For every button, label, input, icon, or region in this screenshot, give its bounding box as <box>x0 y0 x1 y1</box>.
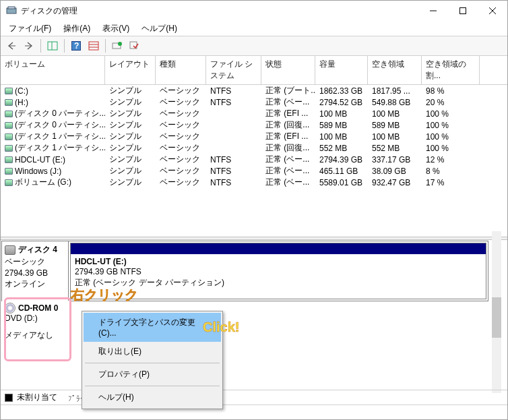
col-free[interactable]: 空き領域 <box>368 56 422 84</box>
cdrom-0-label[interactable]: CD-ROM 0 DVD (D:) メディアなし <box>2 301 69 341</box>
menu-help[interactable]: ヘルプ(H) <box>84 388 221 407</box>
disk-icon <box>5 245 15 255</box>
col-free-pct[interactable]: 空き領域の割... <box>422 56 480 84</box>
maximize-button[interactable] <box>448 1 478 21</box>
legend-unallocated-swatch <box>5 394 13 402</box>
toolbar: ? <box>1 36 507 56</box>
volume-icon <box>5 111 13 117</box>
table-row[interactable]: ボリューム (G:)シンプルベーシックNTFS正常 (ベー...5589.01 … <box>1 177 507 188</box>
menu-help[interactable]: ヘルプ(H) <box>136 22 183 36</box>
menu-properties[interactable]: プロパティ(P) <box>84 365 221 384</box>
app-icon <box>6 5 17 16</box>
volume-table-body: (C:)シンプルベーシックNTFS正常 (ブート...1862.33 GB181… <box>1 85 507 188</box>
col-volume[interactable]: ボリューム <box>1 56 105 84</box>
menu-file[interactable]: ファイル(F) <box>3 22 57 36</box>
menubar: ファイル(F) 操作(A) 表示(V) ヘルプ(H) <box>1 21 507 36</box>
disk-graphical-pane: ディスク 4 ベーシック 2794.39 GB オンライン HDCL-UT (E… <box>1 240 507 409</box>
window-title: ディスクの管理 <box>21 5 418 17</box>
volume-icon <box>5 99 13 106</box>
col-filesystem[interactable]: ファイル システム <box>206 56 261 84</box>
legend-unallocated: 未割り当て <box>17 392 57 403</box>
col-capacity[interactable]: 容量 <box>315 56 368 84</box>
svg-rect-3 <box>460 8 466 14</box>
volume-icon <box>5 156 13 163</box>
close-button[interactable] <box>478 1 507 21</box>
forward-button[interactable] <box>21 38 37 54</box>
titlebar: ディスクの管理 <box>1 1 507 21</box>
volume-icon <box>5 145 13 152</box>
table-row[interactable]: (ディスク 0 パーティシ...シンプルベーシック正常 (回復...589 MB… <box>1 119 507 131</box>
svg-text:?: ? <box>74 41 79 51</box>
table-row[interactable]: (ディスク 0 パーティシ...シンプルベーシック正常 (EFI ...100 … <box>1 108 507 119</box>
col-type[interactable]: 種類 <box>156 56 206 84</box>
context-menu: ドライブ文字とパスの変更(C)... 取り出し(E) プロパティ(P) ヘルプ(… <box>82 311 223 409</box>
lower-scrollbar-thumb[interactable] <box>492 297 501 338</box>
settings-button[interactable] <box>127 38 143 54</box>
table-row[interactable]: (ディスク 1 パーティシ...シンプルベーシック正常 (回復...552 MB… <box>1 142 507 154</box>
back-button[interactable] <box>3 38 20 54</box>
volume-icon <box>5 133 13 140</box>
menu-action[interactable]: 操作(A) <box>58 22 96 36</box>
cdrom-icon <box>5 303 15 313</box>
col-status[interactable]: 状態 <box>261 56 315 84</box>
svg-rect-12 <box>89 42 98 50</box>
volume-table-header: ボリューム レイアウト 種類 ファイル システム 状態 容量 空き領域 空き領域… <box>1 56 507 85</box>
table-row[interactable]: (H:)シンプルベーシックNTFS正常 (ベー...2794.52 GB549.… <box>1 96 507 108</box>
table-row[interactable]: (ディスク 1 パーティシ...シンプルベーシック正常 (EFI ...100 … <box>1 131 507 142</box>
menu-eject[interactable]: 取り出し(E) <box>84 342 221 361</box>
minimize-button[interactable] <box>418 1 448 21</box>
disk-4-row[interactable]: ディスク 4 ベーシック 2794.39 GB オンライン HDCL-UT (E… <box>1 241 488 301</box>
disk-4-label[interactable]: ディスク 4 ベーシック 2794.39 GB オンライン <box>2 241 69 301</box>
volume-icon <box>5 88 13 94</box>
table-row[interactable]: HDCL-UT (E:)シンプルベーシックNTFS正常 (ベー...2794.3… <box>1 154 507 165</box>
menu-change-drive-letter[interactable]: ドライブ文字とパスの変更(C)... <box>84 313 221 342</box>
svg-rect-1 <box>8 7 15 9</box>
volume-icon <box>5 179 13 186</box>
table-row[interactable]: (C:)シンプルベーシックNTFS正常 (ブート...1862.33 GB181… <box>1 85 507 96</box>
menu-view[interactable]: 表示(V) <box>97 22 135 36</box>
refresh-button[interactable] <box>109 38 125 54</box>
svg-point-16 <box>118 42 122 46</box>
list-button[interactable] <box>86 38 102 54</box>
disk-4-partition[interactable]: HDCL-UT (E:) 2794.39 GB NTFS 正常 (ベーシック デ… <box>70 243 486 299</box>
col-layout[interactable]: レイアウト <box>105 56 156 84</box>
volume-icon <box>5 122 13 129</box>
svg-rect-8 <box>48 42 57 50</box>
help-button[interactable]: ? <box>68 38 84 54</box>
table-row[interactable]: Windows (J:)シンプルベーシックNTFS正常 (ベー...465.11… <box>1 165 507 177</box>
volume-icon <box>5 168 13 175</box>
panes-button[interactable] <box>44 38 61 54</box>
